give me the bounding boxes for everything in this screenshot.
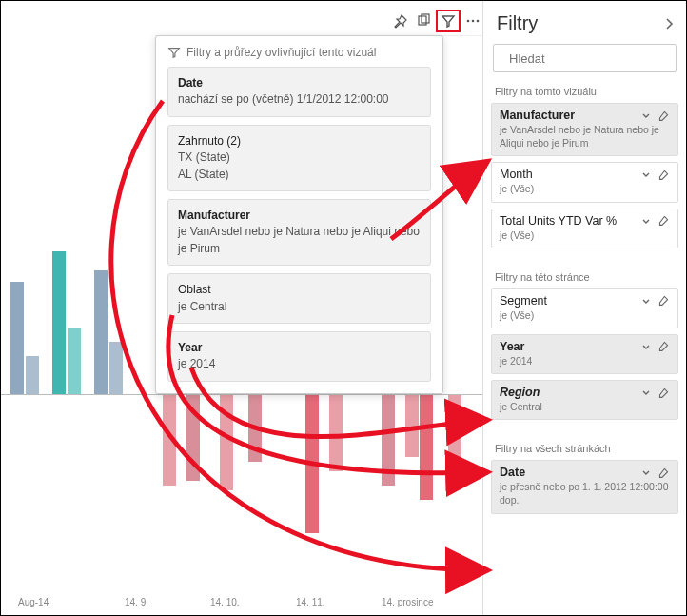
filter-card[interactable]: Yearje 2014: [491, 334, 678, 374]
chart-bar: [405, 395, 419, 457]
chart-bar: [94, 270, 108, 394]
tooltip-filter-item: Datenachází se po (včetně) 1/1/2012 12:0…: [167, 67, 431, 117]
expand-filter-button[interactable]: [640, 109, 652, 121]
expand-filter-button[interactable]: [640, 341, 652, 352]
chart-bar: [26, 356, 39, 394]
svg-point-4: [477, 20, 480, 23]
visual-header: [155, 8, 483, 36]
tooltip-filter-item: Zahrnuto (2)TX (State)AL (State): [167, 125, 431, 191]
chart-bar: [420, 395, 433, 500]
svg-point-2: [467, 20, 470, 23]
filters-affecting-visual-button[interactable]: [436, 10, 461, 32]
svg-rect-1: [422, 14, 429, 23]
svg-point-3: [472, 20, 475, 23]
clear-filter-button[interactable]: [658, 109, 670, 122]
filter-card-summary: je (Vše): [492, 308, 677, 328]
filter-card-name: Total Units YTD Var %: [500, 214, 617, 228]
filter-card-summary: je přesně nebo po 1. 1. 2012 12:00:00 do…: [492, 480, 677, 512]
filter-card-name: Date: [500, 466, 525, 479]
expand-filter-button[interactable]: [640, 215, 652, 227]
tooltip-filter-item: Oblastje Central: [167, 273, 431, 324]
expand-filter-button[interactable]: [640, 387, 652, 398]
chart-bar: [163, 395, 176, 486]
clear-filter-button[interactable]: [658, 387, 670, 399]
tooltip-heading: Filtry a průřezy ovlivňující tento vizuá…: [167, 46, 431, 59]
clear-filter-button[interactable]: [658, 467, 670, 479]
filter-card-name: Region: [500, 386, 540, 399]
chart-bar: [186, 395, 200, 481]
filter-card-summary: je 2014: [492, 354, 677, 373]
more-options-icon[interactable]: [462, 10, 483, 31]
tooltip-filter-item: Yearje 2014: [167, 331, 431, 382]
filters-search[interactable]: [493, 44, 677, 72]
expand-filter-button[interactable]: [640, 169, 652, 180]
collapse-pane-button[interactable]: [663, 17, 675, 30]
copy-icon[interactable]: [413, 10, 434, 31]
section-label-page: Filtry na této stránce: [495, 271, 675, 283]
pin-icon[interactable]: [390, 10, 411, 31]
filter-card[interactable]: Monthje (Vše): [491, 162, 678, 202]
filter-card[interactable]: Total Units YTD Var %je (Vše): [491, 209, 678, 248]
expand-filter-button[interactable]: [640, 467, 652, 478]
filter-card-name: Manufacturer: [500, 109, 575, 122]
filter-card[interactable]: Regionje Central: [491, 380, 678, 420]
filter-card-name: Segment: [500, 294, 547, 308]
filter-card-summary: je (Vše): [492, 229, 677, 248]
chart-bar: [220, 395, 233, 490]
section-label-all: Filtry na všech stránkách: [495, 443, 675, 454]
chart-bar: [382, 395, 395, 486]
filter-card-summary: je Central: [492, 400, 677, 419]
clear-filter-button[interactable]: [658, 214, 670, 227]
filter-card[interactable]: Segmentje (Vše): [491, 288, 678, 328]
chart-bar: [52, 251, 66, 394]
clear-filter-button[interactable]: [658, 169, 670, 181]
pane-title: Filtry: [497, 12, 538, 34]
filter-card-summary: je VanArsdel nebo je Natura nebo je Aliq…: [492, 123, 677, 155]
chart-bar: [305, 395, 319, 533]
svg-rect-0: [419, 16, 426, 25]
search-input[interactable]: [509, 51, 669, 66]
filter-card-name: Month: [500, 168, 533, 181]
filter-card[interactable]: Manufacturerje VanArsdel nebo je Natura …: [491, 103, 678, 156]
filter-card[interactable]: Dateje přesně nebo po 1. 1. 2012 12:00:0…: [491, 460, 678, 513]
chart-bar: [10, 282, 24, 394]
expand-filter-button[interactable]: [640, 295, 652, 307]
chart-bar: [329, 395, 343, 471]
chart-bar: [248, 395, 262, 462]
funnel-icon: [167, 46, 181, 59]
chart-bar: [109, 342, 123, 394]
filters-pane: Filtry Filtry na tomto vizuálu Manufactu…: [482, 1, 686, 616]
applied-filters-tooltip: Filtry a průřezy ovlivňující tento vizuá…: [155, 35, 443, 394]
chart-bar: [448, 395, 461, 486]
filter-card-name: Year: [500, 340, 524, 353]
chart-bar: [68, 328, 81, 394]
clear-filter-button[interactable]: [658, 340, 670, 352]
clear-filter-button[interactable]: [658, 294, 670, 307]
tooltip-filter-item: Manufacturerje VanArsdel nebo je Natura …: [167, 199, 431, 266]
filter-card-summary: je (Vše): [492, 182, 677, 201]
section-label-visual: Filtry na tomto vizuálu: [495, 86, 675, 97]
